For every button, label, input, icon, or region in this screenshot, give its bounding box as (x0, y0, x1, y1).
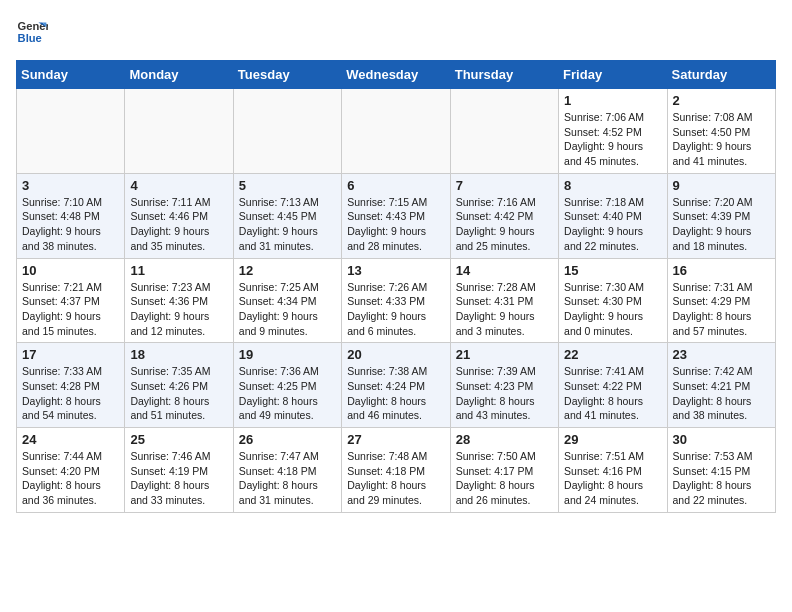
calendar-cell: 5Sunrise: 7:13 AM Sunset: 4:45 PM Daylig… (233, 173, 341, 258)
calendar-cell: 16Sunrise: 7:31 AM Sunset: 4:29 PM Dayli… (667, 258, 775, 343)
day-info: Sunrise: 7:18 AM Sunset: 4:40 PM Dayligh… (564, 195, 661, 254)
day-number: 13 (347, 263, 444, 278)
day-number: 20 (347, 347, 444, 362)
day-number: 7 (456, 178, 553, 193)
calendar-cell: 25Sunrise: 7:46 AM Sunset: 4:19 PM Dayli… (125, 428, 233, 513)
logo-icon: General Blue (16, 16, 48, 48)
day-info: Sunrise: 7:51 AM Sunset: 4:16 PM Dayligh… (564, 449, 661, 508)
day-number: 25 (130, 432, 227, 447)
day-number: 18 (130, 347, 227, 362)
day-info: Sunrise: 7:33 AM Sunset: 4:28 PM Dayligh… (22, 364, 119, 423)
day-info: Sunrise: 7:53 AM Sunset: 4:15 PM Dayligh… (673, 449, 770, 508)
day-number: 12 (239, 263, 336, 278)
day-info: Sunrise: 7:11 AM Sunset: 4:46 PM Dayligh… (130, 195, 227, 254)
calendar-week-3: 10Sunrise: 7:21 AM Sunset: 4:37 PM Dayli… (17, 258, 776, 343)
day-info: Sunrise: 7:38 AM Sunset: 4:24 PM Dayligh… (347, 364, 444, 423)
day-number: 3 (22, 178, 119, 193)
svg-text:General: General (18, 20, 48, 32)
calendar-week-2: 3Sunrise: 7:10 AM Sunset: 4:48 PM Daylig… (17, 173, 776, 258)
calendar-cell (342, 89, 450, 174)
day-info: Sunrise: 7:28 AM Sunset: 4:31 PM Dayligh… (456, 280, 553, 339)
calendar-cell (125, 89, 233, 174)
day-number: 4 (130, 178, 227, 193)
calendar-cell: 14Sunrise: 7:28 AM Sunset: 4:31 PM Dayli… (450, 258, 558, 343)
day-number: 19 (239, 347, 336, 362)
col-header-wednesday: Wednesday (342, 61, 450, 89)
day-number: 15 (564, 263, 661, 278)
calendar-cell: 11Sunrise: 7:23 AM Sunset: 4:36 PM Dayli… (125, 258, 233, 343)
day-number: 8 (564, 178, 661, 193)
day-number: 28 (456, 432, 553, 447)
col-header-monday: Monday (125, 61, 233, 89)
day-number: 29 (564, 432, 661, 447)
calendar-cell: 22Sunrise: 7:41 AM Sunset: 4:22 PM Dayli… (559, 343, 667, 428)
day-info: Sunrise: 7:15 AM Sunset: 4:43 PM Dayligh… (347, 195, 444, 254)
day-number: 16 (673, 263, 770, 278)
col-header-tuesday: Tuesday (233, 61, 341, 89)
header-row: SundayMondayTuesdayWednesdayThursdayFrid… (17, 61, 776, 89)
day-info: Sunrise: 7:44 AM Sunset: 4:20 PM Dayligh… (22, 449, 119, 508)
day-info: Sunrise: 7:50 AM Sunset: 4:17 PM Dayligh… (456, 449, 553, 508)
day-number: 6 (347, 178, 444, 193)
calendar-cell (450, 89, 558, 174)
day-number: 5 (239, 178, 336, 193)
day-info: Sunrise: 7:48 AM Sunset: 4:18 PM Dayligh… (347, 449, 444, 508)
day-info: Sunrise: 7:26 AM Sunset: 4:33 PM Dayligh… (347, 280, 444, 339)
calendar-cell: 27Sunrise: 7:48 AM Sunset: 4:18 PM Dayli… (342, 428, 450, 513)
day-number: 1 (564, 93, 661, 108)
day-number: 14 (456, 263, 553, 278)
calendar-cell: 15Sunrise: 7:30 AM Sunset: 4:30 PM Dayli… (559, 258, 667, 343)
day-info: Sunrise: 7:13 AM Sunset: 4:45 PM Dayligh… (239, 195, 336, 254)
calendar-table: SundayMondayTuesdayWednesdayThursdayFrid… (16, 60, 776, 513)
day-number: 10 (22, 263, 119, 278)
svg-text:Blue: Blue (18, 32, 42, 44)
calendar-cell: 29Sunrise: 7:51 AM Sunset: 4:16 PM Dayli… (559, 428, 667, 513)
calendar-cell: 19Sunrise: 7:36 AM Sunset: 4:25 PM Dayli… (233, 343, 341, 428)
calendar-cell (17, 89, 125, 174)
day-info: Sunrise: 7:46 AM Sunset: 4:19 PM Dayligh… (130, 449, 227, 508)
calendar-cell: 3Sunrise: 7:10 AM Sunset: 4:48 PM Daylig… (17, 173, 125, 258)
calendar-week-1: 1Sunrise: 7:06 AM Sunset: 4:52 PM Daylig… (17, 89, 776, 174)
day-info: Sunrise: 7:31 AM Sunset: 4:29 PM Dayligh… (673, 280, 770, 339)
calendar-cell: 26Sunrise: 7:47 AM Sunset: 4:18 PM Dayli… (233, 428, 341, 513)
calendar-cell: 2Sunrise: 7:08 AM Sunset: 4:50 PM Daylig… (667, 89, 775, 174)
day-info: Sunrise: 7:35 AM Sunset: 4:26 PM Dayligh… (130, 364, 227, 423)
calendar-cell: 28Sunrise: 7:50 AM Sunset: 4:17 PM Dayli… (450, 428, 558, 513)
day-info: Sunrise: 7:36 AM Sunset: 4:25 PM Dayligh… (239, 364, 336, 423)
day-number: 17 (22, 347, 119, 362)
day-info: Sunrise: 7:08 AM Sunset: 4:50 PM Dayligh… (673, 110, 770, 169)
calendar-cell: 21Sunrise: 7:39 AM Sunset: 4:23 PM Dayli… (450, 343, 558, 428)
header-area: General Blue (16, 16, 776, 48)
calendar-cell: 23Sunrise: 7:42 AM Sunset: 4:21 PM Dayli… (667, 343, 775, 428)
calendar-cell: 4Sunrise: 7:11 AM Sunset: 4:46 PM Daylig… (125, 173, 233, 258)
day-info: Sunrise: 7:16 AM Sunset: 4:42 PM Dayligh… (456, 195, 553, 254)
logo: General Blue (16, 16, 32, 48)
day-number: 26 (239, 432, 336, 447)
calendar-cell: 30Sunrise: 7:53 AM Sunset: 4:15 PM Dayli… (667, 428, 775, 513)
day-info: Sunrise: 7:20 AM Sunset: 4:39 PM Dayligh… (673, 195, 770, 254)
calendar-week-5: 24Sunrise: 7:44 AM Sunset: 4:20 PM Dayli… (17, 428, 776, 513)
calendar-cell: 18Sunrise: 7:35 AM Sunset: 4:26 PM Dayli… (125, 343, 233, 428)
day-info: Sunrise: 7:21 AM Sunset: 4:37 PM Dayligh… (22, 280, 119, 339)
calendar-cell: 6Sunrise: 7:15 AM Sunset: 4:43 PM Daylig… (342, 173, 450, 258)
calendar-cell: 8Sunrise: 7:18 AM Sunset: 4:40 PM Daylig… (559, 173, 667, 258)
day-number: 2 (673, 93, 770, 108)
day-info: Sunrise: 7:06 AM Sunset: 4:52 PM Dayligh… (564, 110, 661, 169)
col-header-saturday: Saturday (667, 61, 775, 89)
day-info: Sunrise: 7:41 AM Sunset: 4:22 PM Dayligh… (564, 364, 661, 423)
col-header-friday: Friday (559, 61, 667, 89)
calendar-cell: 7Sunrise: 7:16 AM Sunset: 4:42 PM Daylig… (450, 173, 558, 258)
calendar-cell: 24Sunrise: 7:44 AM Sunset: 4:20 PM Dayli… (17, 428, 125, 513)
col-header-sunday: Sunday (17, 61, 125, 89)
calendar-cell: 20Sunrise: 7:38 AM Sunset: 4:24 PM Dayli… (342, 343, 450, 428)
calendar-cell: 17Sunrise: 7:33 AM Sunset: 4:28 PM Dayli… (17, 343, 125, 428)
calendar-week-4: 17Sunrise: 7:33 AM Sunset: 4:28 PM Dayli… (17, 343, 776, 428)
day-number: 24 (22, 432, 119, 447)
calendar-cell: 12Sunrise: 7:25 AM Sunset: 4:34 PM Dayli… (233, 258, 341, 343)
day-info: Sunrise: 7:25 AM Sunset: 4:34 PM Dayligh… (239, 280, 336, 339)
calendar-cell: 1Sunrise: 7:06 AM Sunset: 4:52 PM Daylig… (559, 89, 667, 174)
calendar-cell (233, 89, 341, 174)
day-number: 22 (564, 347, 661, 362)
calendar-cell: 10Sunrise: 7:21 AM Sunset: 4:37 PM Dayli… (17, 258, 125, 343)
col-header-thursday: Thursday (450, 61, 558, 89)
